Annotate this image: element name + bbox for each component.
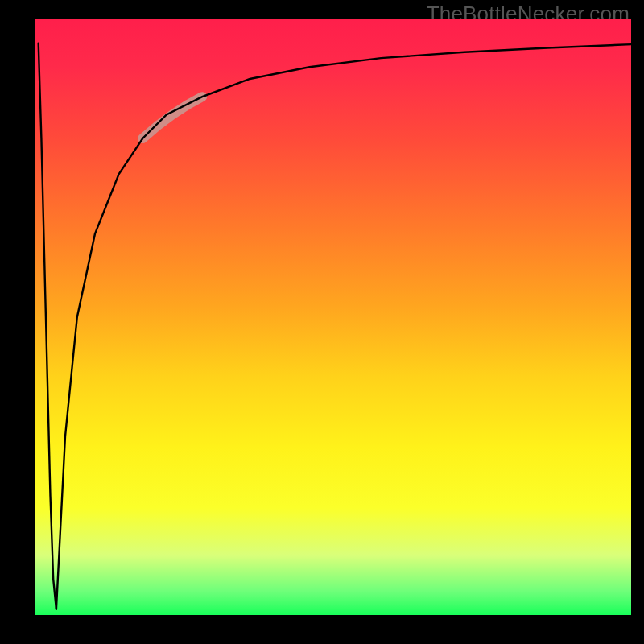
chart-frame: TheBottleNecker.com xyxy=(0,0,644,644)
highlight-segment xyxy=(142,97,202,138)
curves-svg xyxy=(35,19,631,615)
plot-area xyxy=(35,19,631,615)
bottleneck-curve xyxy=(39,43,631,609)
